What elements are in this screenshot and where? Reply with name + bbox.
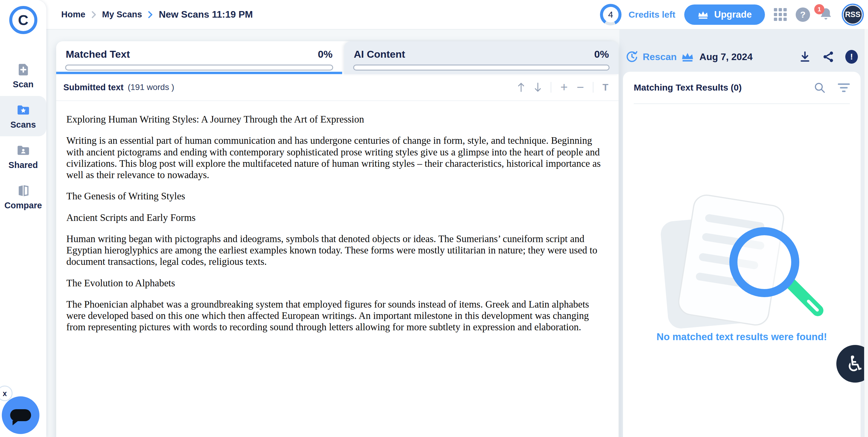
- toolbar-divider: [593, 82, 593, 93]
- scan-report-card: Matched Text 0% AI Content 0% Submitted …: [56, 41, 619, 437]
- sidebar: C Scan Scans: [0, 0, 46, 437]
- tab-label: AI Content: [354, 49, 405, 60]
- chat-launcher-button[interactable]: [2, 396, 39, 434]
- credits-progress-ring: 4: [600, 4, 621, 25]
- rescan-button[interactable]: Rescan: [625, 50, 677, 63]
- magnifier-lens-icon: [730, 227, 799, 297]
- sidebar-item-scans[interactable]: Scans: [0, 96, 46, 136]
- document-text: Exploring Human Writing Styles: A Journe…: [66, 100, 605, 437]
- no-results-message: No matched text results were found!: [623, 331, 861, 343]
- shared-folder-person-icon: [16, 143, 31, 157]
- search-icon[interactable]: [813, 81, 826, 94]
- document-paragraph: Ancient Scripts and Early Forms: [66, 212, 605, 223]
- matched-text-percentage: 0%: [318, 49, 333, 60]
- page-scrollbar[interactable]: [864, 29, 868, 437]
- matched-text-progress-bar: [65, 64, 333, 70]
- top-bar: Home My Scans New Scans 11:19 PM 4 Credi…: [0, 0, 868, 30]
- compare-pages-icon: [16, 184, 31, 198]
- document-toolbar: Submitted text (191 words ) + − T: [56, 74, 619, 101]
- breadcrumb-current-scan: New Scans 11:19 PM: [159, 9, 253, 20]
- sidebar-item-compare[interactable]: Compare: [0, 177, 46, 217]
- sidebar-item-shared[interactable]: Shared: [0, 136, 46, 177]
- report-actions: !: [799, 50, 858, 64]
- zoom-out-button[interactable]: −: [577, 81, 584, 93]
- next-match-button[interactable]: [534, 82, 542, 92]
- ai-content-percentage: 0%: [594, 49, 609, 60]
- rescan-label: Rescan: [643, 51, 677, 62]
- results-title: Matching Text Results (0): [634, 83, 742, 93]
- report-issue-icon[interactable]: !: [845, 50, 858, 64]
- breadcrumb-home[interactable]: Home: [61, 9, 86, 20]
- new-scan-document-icon: [16, 63, 31, 77]
- active-tab-underline: [56, 72, 342, 74]
- document-paragraph: Writing is an essential part of human co…: [66, 135, 605, 180]
- sidebar-item-label: Shared: [8, 160, 38, 170]
- rescan-row: Rescan Aug 7, 2024 !: [625, 45, 862, 69]
- share-icon[interactable]: [822, 51, 835, 63]
- document-paragraph: Human writing began with pictographs and…: [66, 233, 605, 267]
- previous-match-button[interactable]: [517, 82, 525, 92]
- document-paragraph: The Evolution to Alphabets: [66, 278, 605, 289]
- results-header: Matching Text Results (0): [623, 72, 861, 104]
- sidebar-item-scan[interactable]: Scan: [0, 56, 46, 96]
- notifications-bell-icon[interactable]: 1: [819, 7, 833, 22]
- results-header-icons: [813, 81, 850, 94]
- chevron-right-icon: [91, 11, 96, 19]
- tab-matched-text[interactable]: Matched Text 0%: [56, 41, 342, 74]
- chat-bubble-icon: [10, 409, 31, 421]
- wheelchair-icon: ♿: [845, 353, 865, 375]
- premium-crown-icon: [681, 52, 694, 62]
- ai-content-progress-bar: [353, 64, 610, 70]
- tab-ai-content[interactable]: AI Content 0%: [344, 41, 619, 74]
- document-paragraph: The Genesis of Writing Styles: [66, 191, 605, 202]
- matching-results-card: Matching Text Results (0) No matched tex…: [623, 72, 861, 437]
- scans-folder-star-icon: [16, 103, 31, 117]
- zoom-in-button[interactable]: +: [560, 81, 568, 93]
- credits-label[interactable]: Credits left: [629, 9, 676, 20]
- toolbar-divider: [551, 82, 551, 93]
- sidebar-item-label: Scan: [13, 80, 33, 89]
- no-results-illustration: [664, 197, 819, 335]
- top-right-cluster: 4 Credits left Upgrade ? 1 RSS: [600, 0, 864, 29]
- help-icon[interactable]: ?: [796, 7, 810, 22]
- submitted-text-label: Submitted text: [63, 83, 123, 92]
- sidebar-item-label: Compare: [4, 201, 42, 210]
- arrow-down-icon: [534, 82, 542, 92]
- filter-icon[interactable]: [838, 83, 850, 92]
- copyleaks-scan-report-page: Home My Scans New Scans 11:19 PM 4 Credi…: [0, 0, 868, 437]
- breadcrumb: Home My Scans New Scans 11:19 PM: [61, 0, 253, 29]
- scan-date: Aug 7, 2024: [700, 51, 753, 62]
- download-icon[interactable]: [799, 51, 811, 63]
- word-count: (191 words ): [128, 83, 174, 92]
- breadcrumb-my-scans[interactable]: My Scans: [102, 9, 142, 20]
- upgrade-button[interactable]: Upgrade: [684, 4, 765, 25]
- tab-label: Matched Text: [66, 49, 130, 60]
- crown-icon: [698, 10, 709, 19]
- notification-badge: 1: [814, 4, 825, 14]
- arrow-up-icon: [517, 82, 525, 92]
- apps-grid-icon[interactable]: [774, 8, 787, 21]
- user-avatar[interactable]: RSS: [842, 4, 864, 26]
- text-size-button[interactable]: T: [602, 82, 608, 93]
- document-paragraph: Exploring Human Writing Styles: A Journe…: [66, 114, 605, 125]
- results-divider: [634, 104, 850, 104]
- help-glyph: ?: [800, 9, 806, 20]
- chevron-right-icon: [148, 11, 153, 19]
- credits-count: 4: [600, 4, 621, 25]
- upgrade-label: Upgrade: [714, 9, 752, 20]
- document-tools: + − T: [517, 81, 608, 93]
- sidebar-item-label: Scans: [10, 120, 36, 130]
- copyleaks-logo[interactable]: C: [9, 6, 37, 34]
- rescan-clock-icon: [625, 50, 639, 63]
- sidebar-nav: Scan Scans Shared: [0, 56, 46, 217]
- document-paragraph: The Phoenician alphabet was a groundbrea…: [66, 299, 605, 333]
